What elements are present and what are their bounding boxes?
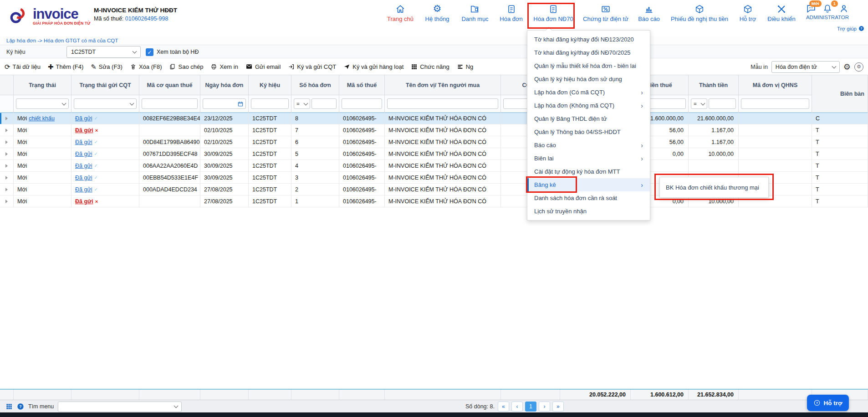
sent-status-link[interactable]: Đã gửi [75, 139, 92, 145]
qhns-code-filter-input[interactable] [741, 98, 809, 109]
view-all-checkbox[interactable]: ✓ [146, 48, 153, 56]
menu-item-quan-ly-bang-thdl[interactable]: Quản lý Bảng THDL điện tử [527, 112, 650, 125]
nav-item-bao-cao[interactable]: Báo cáo [637, 3, 661, 22]
nav-item-danh-muc[interactable]: Danh mục [460, 3, 490, 22]
menu-item-bien-lai[interactable]: Biên lai› [527, 152, 650, 165]
last-page-button[interactable]: » [552, 402, 564, 412]
menu-item-lich-su-truyen-nhan[interactable]: Lịch sử truyền nhận [527, 205, 650, 218]
menu-item-to-khai-nd123[interactable]: Tờ khai đăng ký/thay đổi NĐ123/2020 [527, 33, 650, 46]
next-page-button[interactable]: › [539, 402, 550, 412]
sign-send-batch-button[interactable]: Ký và gửi hàng loạt [343, 63, 403, 70]
tax-code-filter-input[interactable] [342, 98, 382, 109]
header-symbol[interactable]: Ký hiệu [249, 75, 291, 95]
row-expander[interactable] [0, 136, 14, 148]
nav-item-hoa-don[interactable]: Hóa đơn [499, 3, 524, 22]
sent-status-link[interactable]: Đã gửi [75, 186, 92, 193]
total-amount-filter-input[interactable] [709, 98, 736, 109]
nav-item-hoa-don-nd70[interactable]: Hóa đơn NĐ70 [532, 3, 574, 22]
support-button[interactable]: ? Hỗ trợ [807, 395, 849, 411]
print-template-select[interactable]: Hóa đơn điện tử [771, 61, 840, 73]
status-filter-select[interactable] [16, 98, 69, 109]
table-row[interactable]: Mới Đã gửi× 02/10/2025 1C25TDT 7 0106026… [0, 124, 868, 136]
buyer-name-filter-input[interactable] [387, 98, 498, 109]
user-avatar-icon[interactable] [839, 4, 849, 14]
reload-button[interactable]: ⟳Tải dữ liệu [5, 63, 41, 70]
discount-link[interactable]: chiết khấu [29, 115, 55, 122]
add-button[interactable]: ✚Thêm (F4) [48, 63, 83, 70]
header-qhns-code[interactable]: Mã đơn vị QHNS [739, 75, 812, 95]
menu-item-danh-sach-ra-soat[interactable]: Danh sách hóa đơn cần rà soát [527, 191, 650, 205]
header-tax-authority-code[interactable]: Mã cơ quan thuế [139, 75, 200, 95]
row-expander[interactable] [0, 113, 14, 124]
tax-authority-code-filter-input[interactable] [142, 98, 198, 109]
header-tax-code[interactable]: Mã số thuế [339, 75, 385, 95]
nav-item-he-thong[interactable]: ⚙ Hệ thống [423, 3, 451, 22]
row-expander[interactable] [0, 124, 14, 136]
brand-logo[interactable]: invoice GIẢI PHÁP HÓA ĐƠN ĐIỆN TỬ [6, 5, 91, 28]
row-expander[interactable] [0, 196, 14, 207]
sent-status-filter-select[interactable] [74, 98, 137, 109]
prev-page-button[interactable]: ‹ [511, 402, 523, 412]
circled-gear-icon[interactable]: ⚙ [854, 62, 863, 72]
menu-item-bang-ke[interactable]: Bảng kê› [527, 178, 650, 191]
menu-item-cai-dat-tu-dong-ky[interactable]: Cài đặt tự động ký hóa đơn MTT [527, 165, 650, 178]
header-invoice-date[interactable]: Ngày hóa đơn [200, 75, 249, 95]
sent-status-link[interactable]: Đã gửi [75, 198, 93, 205]
copy-button[interactable]: Sao chép [169, 63, 203, 70]
header-total-amount[interactable]: Thành tiền [689, 75, 739, 95]
row-expander[interactable] [0, 184, 14, 196]
menu-item-lap-hoa-don-khong-ma[interactable]: Lập hóa đơn (Không mã CQT)› [527, 99, 650, 112]
header-buyer-name[interactable]: Tên đơn vị/ Tên người mua [385, 75, 501, 95]
nav-item-ho-tro[interactable]: Hỗ trợ [738, 3, 757, 22]
table-row[interactable]: Mới chiết khấu Đã gửi✓ 0082EF6E29B8E34E4… [0, 113, 868, 124]
submenu-item-bk-chiet-khau[interactable]: BK Hóa đơn chiết khấu thương mại [659, 177, 769, 198]
header-record[interactable]: Biên bản [812, 75, 868, 113]
invoice-number-filter-input[interactable] [311, 98, 337, 109]
more-button[interactable]: Ng [457, 63, 474, 70]
menu-item-bao-cao[interactable]: Báo cáo› [527, 139, 650, 152]
sign-send-cqt-button[interactable]: Ký và gửi CQT [288, 63, 336, 70]
first-page-button[interactable]: « [498, 402, 509, 412]
symbol-select[interactable]: 1C25TDT [66, 46, 141, 58]
print-preview-button[interactable]: Xem in [210, 63, 238, 70]
nav-item-chung-tu-dien-tu[interactable]: Chứng từ điện tử [583, 3, 628, 22]
row-expander[interactable] [0, 160, 14, 172]
edit-button[interactable]: ✎Sửa (F3) [91, 63, 123, 70]
header-invoice-number[interactable]: Số hóa đơn [291, 75, 339, 95]
header-sent-status[interactable]: Trạng thái gửi CQT [71, 75, 139, 95]
sent-status-link[interactable]: Đã gửi [75, 175, 92, 181]
menu-item-quan-ly-thong-bao-04[interactable]: Quản lý Thông báo 04/SS-HDDT [527, 125, 650, 139]
symbol-filter-input[interactable] [251, 98, 289, 109]
user-name[interactable]: ADMINISTRATOR [798, 15, 857, 20]
calendar-icon[interactable] [237, 101, 244, 107]
menu-item-quan-ly-ky-hieu[interactable]: Quản lý ký hiệu hóa đơn sử dụng [527, 72, 650, 86]
row-expander[interactable] [0, 148, 14, 160]
help-circle-icon[interactable]: ? [17, 403, 24, 410]
nav-item-dieu-khien[interactable]: Điều khiển [766, 3, 797, 22]
table-row[interactable]: Mới Đã gửi✓ 006AA22AA2060E4D 30/09/2025 … [0, 160, 868, 172]
sent-status-link[interactable]: Đã gửi [75, 163, 92, 169]
sent-status-link[interactable]: Đã gửi [75, 151, 92, 157]
menu-item-quan-ly-mau-thiet-ke[interactable]: Quản lý mẫu thiết kế hóa đơn - biên lai [527, 59, 650, 72]
table-row[interactable]: Mới Đã gửi✓ 00D84E1799BA86490 02/10/2025… [0, 136, 868, 148]
help-link[interactable]: Trợ giúp ? [837, 26, 864, 31]
number-operator-select[interactable]: = [294, 98, 310, 109]
bell-icon[interactable]: 1 [822, 4, 832, 14]
company-tax-code[interactable]: 0106026495-998 [125, 15, 168, 22]
menu-item-lap-hoa-don-co-ma[interactable]: Lập hóa đơn (Có mã CQT)› [527, 86, 650, 99]
invoice-date-filter-input[interactable] [203, 98, 246, 109]
row-expander[interactable] [0, 172, 14, 184]
sent-status-link[interactable]: Đã gửi [75, 115, 92, 122]
nav-item-phieu-de-nghi-thu-tien[interactable]: Phiếu đề nghị thu tiền [669, 3, 730, 22]
table-row[interactable]: Mới Đã gửi✓ 007671DD395ECF48 30/09/2025 … [0, 148, 868, 160]
send-email-button[interactable]: Gửi email [245, 63, 281, 70]
menu-item-to-khai-nd70[interactable]: Tờ khai đăng ký/thay đổi NĐ70/2025 [527, 46, 650, 59]
nav-item-trang-chu[interactable]: Trang chủ [386, 3, 414, 22]
sent-status-link[interactable]: Đã gửi [75, 127, 93, 134]
find-menu-select[interactable] [58, 402, 182, 412]
settings-gear-icon[interactable]: ⚙ [843, 63, 851, 71]
current-page-button[interactable]: 1 [525, 402, 536, 412]
header-status[interactable]: Trạng thái [14, 75, 71, 95]
total-operator-select[interactable]: = [691, 98, 707, 109]
menu-grid-icon[interactable] [5, 403, 13, 410]
